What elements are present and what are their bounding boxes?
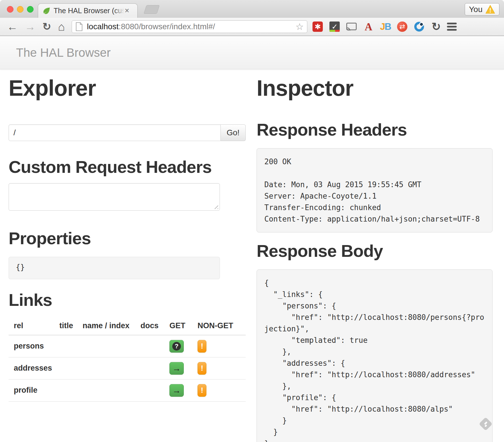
links-table: rel title name / index docs GET NON-GET … [9, 318, 246, 402]
reload-button[interactable]: ↻ [42, 21, 51, 32]
address-bar[interactable]: localhost:8080/browser/index.html#/ ☆ [72, 20, 307, 33]
docs-cell [140, 357, 169, 379]
question-icon: ? [172, 342, 181, 351]
arrow-right-icon: → [172, 363, 181, 373]
exclamation-icon: ! [201, 386, 203, 395]
explorer-panel: Explorer Go! Custom Request Headers Prop… [9, 70, 246, 402]
exclamation-icon: ! [201, 364, 203, 373]
custom-headers-wrap [9, 177, 220, 212]
col-get: GET [169, 318, 198, 335]
response-headers-title: Response Headers [257, 120, 493, 140]
go-button[interactable]: Go! [221, 124, 246, 141]
browser-tab[interactable]: The HAL Browser (customiz × [38, 3, 138, 18]
menu-icon[interactable] [447, 23, 457, 31]
page-icon [75, 22, 83, 31]
link-row-persons: persons ? ! [9, 335, 246, 357]
browser-window: The HAL Browser (customiz × You ← → ↻ ⌂ … [0, 0, 504, 442]
zoom-window-button[interactable] [27, 6, 34, 13]
col-docs: docs [140, 318, 169, 335]
response-body-content: { "_links": { "persons": { "href": "http… [257, 269, 493, 442]
response-body-title: Response Body [257, 241, 493, 261]
url-path: :8080/browser/index.html#/ [119, 22, 215, 31]
warning-icon [485, 5, 495, 14]
inspector-title: Inspector [257, 75, 493, 101]
jb-j: J [380, 21, 384, 32]
get-cell: ? [169, 335, 198, 357]
get-button[interactable]: → [169, 384, 184, 397]
links-header-row: rel title name / index docs GET NON-GET [9, 318, 246, 335]
link-row-profile: profile → ! [9, 379, 246, 401]
custom-request-headers-title: Custom Request Headers [9, 157, 246, 177]
response-headers-content: 200 OK Date: Mon, 03 Aug 2015 19:55:45 G… [257, 148, 493, 232]
forward-button[interactable]: → [25, 21, 36, 32]
minimize-window-button[interactable] [17, 6, 24, 13]
new-tab-button[interactable] [144, 5, 160, 14]
profile-button[interactable]: You [465, 3, 499, 15]
col-rel: rel [9, 318, 59, 335]
get-cell: → [169, 357, 198, 379]
col-title: title [59, 318, 83, 335]
address-input-row: Go! [9, 124, 246, 141]
jb-b: B [385, 21, 391, 32]
link-row-addresses: addresses → ! [9, 357, 246, 379]
custom-headers-textarea[interactable] [9, 183, 220, 211]
nonget-cell: ! [198, 379, 246, 401]
feedly-mini-icon[interactable] [478, 416, 493, 431]
non-get-button[interactable]: ! [198, 384, 206, 397]
name-index-cell [83, 379, 140, 401]
acrobat-extension-icon[interactable]: A [363, 21, 374, 32]
site-header: The HAL Browser [0, 37, 504, 69]
sync-extension-icon[interactable]: ⇄ [397, 21, 407, 32]
tab-reloader-extension-icon[interactable]: ↻ [431, 21, 441, 32]
col-non-get: NON-GET [198, 318, 246, 335]
get-templated-button[interactable]: ? [169, 340, 184, 353]
name-index-cell [83, 357, 140, 379]
back-button[interactable]: ← [7, 21, 18, 32]
url-host: localhost [87, 22, 119, 31]
spring-leaf-favicon [42, 7, 51, 15]
resource-path-input[interactable] [9, 124, 221, 141]
rel-label: profile [9, 379, 59, 401]
profile-label: You [469, 5, 482, 14]
tab-strip: The HAL Browser (customiz × You [0, 0, 504, 18]
name-index-cell [83, 335, 140, 357]
non-get-button[interactable]: ! [198, 340, 206, 353]
docs-cell [140, 379, 169, 401]
title-cell [59, 379, 83, 401]
chromecast-extension-icon[interactable] [346, 21, 357, 32]
properties-title: Properties [9, 228, 246, 248]
col-name-index: name / index [83, 318, 140, 335]
properties-value: {} [9, 257, 220, 279]
nonget-cell: ! [198, 357, 246, 379]
dial-dot [419, 22, 424, 27]
tab-title: The HAL Browser (customiz [54, 7, 124, 15]
tab-close-icon[interactable]: × [125, 7, 129, 15]
browser-toolbar: ← → ↻ ⌂ localhost:8080/browser/index.htm… [0, 18, 504, 36]
lastpass-extension-icon[interactable]: ✱ [312, 21, 323, 32]
title-cell [59, 357, 83, 379]
tab-title-fade [114, 8, 124, 17]
inspector-panel: Inspector Response Headers 200 OK Date: … [257, 70, 493, 442]
get-button[interactable]: → [169, 362, 184, 375]
home-button[interactable]: ⌂ [58, 21, 65, 32]
title-cell [59, 335, 83, 357]
dial-extension-icon[interactable] [414, 21, 424, 32]
arrow-right-icon: → [172, 386, 181, 395]
non-get-button[interactable]: ! [198, 362, 206, 375]
traffic-lights [7, 6, 34, 13]
explorer-title: Explorer [9, 75, 246, 101]
green-strip [329, 30, 335, 32]
rel-label: persons [9, 335, 59, 357]
bookmark-star-icon[interactable]: ☆ [296, 21, 304, 32]
docs-cell [140, 335, 169, 357]
close-window-button[interactable] [7, 6, 13, 13]
exclamation-icon: ! [201, 342, 203, 351]
get-cell: → [169, 379, 198, 401]
links-title: Links [9, 290, 246, 310]
dial-ring [414, 22, 424, 32]
url-text[interactable]: localhost:8080/browser/index.html#/ [87, 22, 293, 31]
nonget-cell: ! [198, 335, 246, 357]
jetbrains-extension-icon[interactable]: JB [380, 21, 390, 32]
rel-label: addresses [9, 357, 59, 379]
checker-extension-icon[interactable]: ✓ [329, 21, 340, 32]
